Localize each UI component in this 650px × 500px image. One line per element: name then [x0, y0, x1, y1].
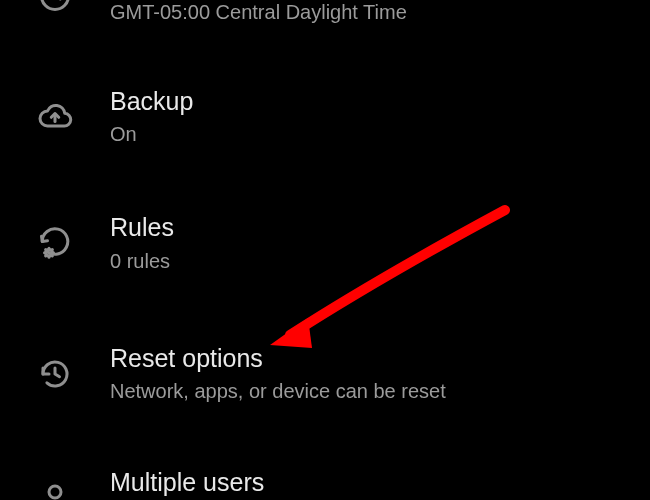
settings-item-title: Rules — [110, 212, 650, 243]
settings-item-subtitle: 0 rules — [110, 248, 650, 275]
settings-list: GMT-05:00 Central Daylight Time Backup O… — [0, 0, 650, 500]
settings-item-rules[interactable]: Rules 0 rules — [0, 172, 650, 298]
settings-item-subtitle: GMT-05:00 Central Daylight Time — [110, 0, 650, 24]
clock-icon — [0, 0, 110, 14]
settings-item-title: Multiple users — [110, 467, 650, 498]
settings-item-title: Reset options — [110, 343, 650, 374]
history-icon — [0, 356, 110, 392]
settings-item-multiple-users[interactable]: Multiple users Signed in as Cameron — [0, 429, 650, 500]
settings-item-backup[interactable]: Backup On — [0, 42, 650, 172]
settings-item-title: Backup — [110, 86, 650, 117]
svg-point-0 — [42, 0, 69, 10]
cloud-upload-icon — [0, 99, 110, 135]
settings-item-subtitle: On — [110, 121, 650, 148]
settings-item-datetime[interactable]: GMT-05:00 Central Daylight Time — [0, 0, 650, 42]
settings-item-subtitle: Network, apps, or device can be reset — [110, 378, 650, 405]
svg-point-2 — [49, 486, 61, 498]
person-icon — [0, 480, 110, 500]
settings-item-reset-options[interactable]: Reset options Network, apps, or device c… — [0, 299, 650, 429]
rules-icon — [0, 225, 110, 261]
